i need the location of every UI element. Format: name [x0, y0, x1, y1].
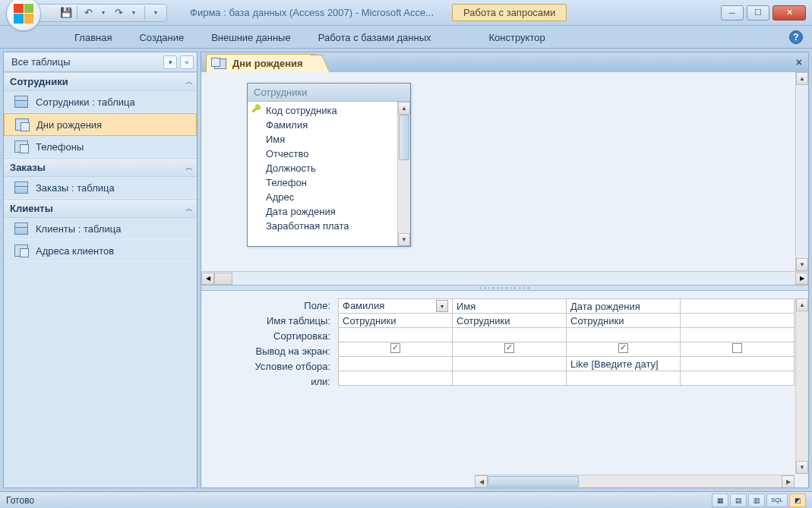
query-design-upper-pane[interactable]: Сотрудники Код сотрудникаФамилияИмяОтчес…: [201, 72, 808, 285]
grid-cell[interactable]: [567, 342, 681, 357]
grid-cell[interactable]: [453, 357, 567, 371]
field-item[interactable]: Должность: [248, 161, 397, 175]
field-item[interactable]: Телефон: [248, 175, 397, 190]
scroll-down-icon[interactable]: ▼: [796, 461, 808, 474]
field-item[interactable]: Код сотрудника: [248, 103, 397, 118]
scrollbar-vertical[interactable]: ▲ ▼: [397, 102, 410, 246]
grid-cell[interactable]: [453, 328, 567, 342]
grid-scrollbar-horizontal[interactable]: ◀ ▶: [475, 475, 795, 487]
grid-scrollbar-vertical[interactable]: ▲ ▼: [795, 298, 808, 474]
nav-item[interactable]: Клиенты : таблица: [4, 218, 197, 240]
field-item[interactable]: Отчество: [248, 147, 397, 161]
view-sql-button[interactable]: SQL: [766, 494, 788, 507]
dropdown-icon[interactable]: ▾: [128, 7, 140, 19]
ribbon-tab-home[interactable]: Главная: [61, 27, 125, 48]
redo-icon[interactable]: ↷: [112, 7, 125, 19]
grid-cell[interactable]: [567, 371, 681, 386]
scroll-thumb[interactable]: [488, 476, 579, 487]
view-datasheet-icon[interactable]: ▦: [712, 494, 728, 507]
dropdown-icon[interactable]: ▾: [97, 7, 109, 19]
table-field-list[interactable]: Сотрудники Код сотрудникаФамилияИмяОтчес…: [247, 83, 411, 247]
office-button[interactable]: [6, 0, 41, 31]
field-item[interactable]: Фамилия: [248, 118, 397, 132]
scroll-up-icon[interactable]: ▲: [398, 102, 410, 115]
nav-pane-header[interactable]: Все таблицы ▾ «: [4, 52, 197, 72]
scroll-up-icon[interactable]: ▲: [796, 298, 808, 311]
grid-cell[interactable]: Фамилия▾: [339, 299, 453, 314]
scroll-up-icon[interactable]: ▲: [796, 72, 808, 85]
ribbon-tab-design[interactable]: Конструктор: [476, 27, 559, 48]
maximize-button[interactable]: ☐: [747, 5, 769, 21]
grid-cell[interactable]: Имя: [453, 299, 567, 314]
nav-group-header[interactable]: Клиенты︿: [4, 199, 197, 218]
scroll-thumb[interactable]: [214, 273, 232, 285]
minimize-button[interactable]: ─: [721, 5, 744, 21]
grid-cell[interactable]: [339, 328, 453, 342]
show-checkbox[interactable]: [618, 343, 628, 353]
nav-group-header[interactable]: Сотрудники︿: [4, 72, 197, 91]
grid-cell[interactable]: Сотрудники: [567, 314, 681, 328]
close-button[interactable]: ✕: [773, 5, 806, 21]
ribbon-tab-database[interactable]: Работа с базами данных: [305, 27, 445, 48]
grid-cell[interactable]: [339, 357, 453, 371]
document-tabs: Дни рождения ×: [201, 52, 808, 72]
nav-item[interactable]: Дни рождения: [4, 113, 197, 136]
pane-splitter[interactable]: • • • • • • • • • • • •: [201, 285, 808, 291]
show-checkbox[interactable]: [390, 343, 400, 353]
grid-cell[interactable]: [339, 371, 453, 386]
grid-cell[interactable]: [681, 371, 795, 386]
grid-cell[interactable]: [681, 328, 795, 342]
nav-item[interactable]: Заказы : таблица: [4, 177, 197, 199]
scroll-right-icon[interactable]: ▶: [782, 475, 795, 487]
scroll-down-icon[interactable]: ▼: [796, 258, 808, 271]
table-box-title: Сотрудники: [248, 84, 410, 102]
scroll-thumb[interactable]: [399, 115, 409, 160]
ribbon-tab-create[interactable]: Создание: [125, 27, 197, 48]
qat-customize-icon[interactable]: ▾: [150, 7, 162, 19]
grid-cell[interactable]: [339, 342, 453, 357]
field-item[interactable]: Адрес: [248, 190, 397, 204]
grid-cell[interactable]: [453, 371, 567, 386]
field-item[interactable]: Дата рождения: [248, 204, 397, 219]
field-item[interactable]: Заработная плата: [248, 219, 397, 233]
nav-item[interactable]: Адреса клиентов: [4, 240, 197, 262]
pane-scrollbar-vertical[interactable]: ▲ ▼: [795, 72, 808, 271]
document-tab[interactable]: Дни рождения: [206, 54, 319, 72]
dropdown-icon[interactable]: ▾: [436, 300, 448, 312]
grid-cell[interactable]: Сотрудники: [339, 314, 453, 328]
query-design-grid[interactable]: Фамилия▾ИмяДата рожденияСотрудникиСотруд…: [338, 298, 795, 386]
scroll-left-icon[interactable]: ◀: [201, 273, 214, 285]
pane-scrollbar-horizontal[interactable]: ◀ ▶: [201, 271, 808, 285]
scroll-left-icon[interactable]: ◀: [475, 475, 488, 487]
view-design-icon[interactable]: ◩: [789, 494, 806, 507]
grid-cell[interactable]: [681, 342, 795, 357]
grid-cell[interactable]: [681, 357, 795, 371]
grid-cell[interactable]: [453, 342, 567, 357]
nav-group-header[interactable]: Заказы︿: [4, 158, 197, 177]
field-list[interactable]: Код сотрудникаФамилияИмяОтчествоДолжност…: [248, 102, 397, 246]
grid-cell[interactable]: [681, 299, 795, 314]
grid-cell[interactable]: Like [Введите дату]: [567, 357, 681, 371]
view-pivot-icon[interactable]: ▤: [730, 494, 747, 507]
scroll-right-icon[interactable]: ▶: [795, 273, 808, 285]
nav-item[interactable]: Сотрудники : таблица: [4, 91, 197, 113]
field-item[interactable]: Имя: [248, 132, 397, 147]
undo-icon[interactable]: ↶: [82, 7, 94, 19]
view-chart-icon[interactable]: ▥: [748, 494, 765, 507]
scroll-down-icon[interactable]: ▼: [398, 233, 410, 246]
show-checkbox[interactable]: [504, 343, 514, 353]
table-icon: [14, 181, 28, 194]
help-icon[interactable]: ?: [789, 30, 803, 44]
grid-cell[interactable]: [567, 328, 681, 342]
nav-collapse-icon[interactable]: «: [180, 55, 194, 69]
document-close-icon[interactable]: ×: [796, 56, 802, 68]
status-bar: Готово ▦ ▤ ▥ SQL ◩: [0, 491, 812, 508]
show-checkbox[interactable]: [732, 343, 742, 353]
grid-cell[interactable]: Сотрудники: [453, 314, 567, 328]
save-icon[interactable]: 💾: [60, 7, 72, 19]
nav-item[interactable]: Телефоны: [4, 136, 197, 158]
grid-cell[interactable]: [681, 314, 795, 328]
nav-filter-dropdown-icon[interactable]: ▾: [163, 55, 177, 69]
grid-cell[interactable]: Дата рождения: [567, 299, 681, 314]
ribbon-tab-external[interactable]: Внешние данные: [197, 27, 305, 48]
